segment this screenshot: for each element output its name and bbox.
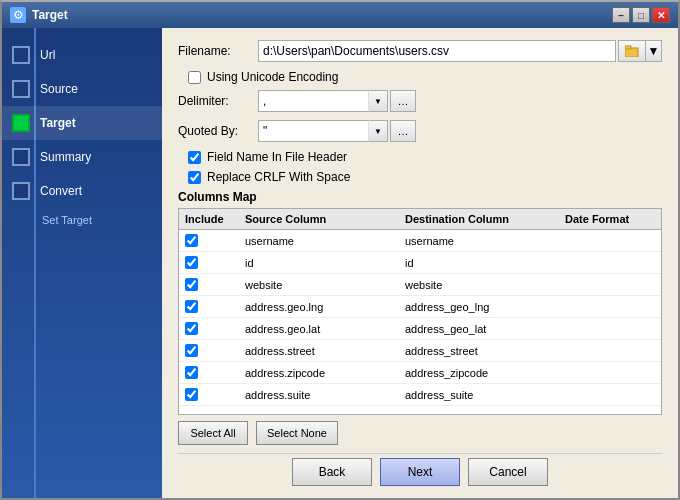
replace-crlf-checkbox[interactable]	[188, 171, 201, 184]
columns-map-table: Include Source Column Destination Column…	[178, 208, 662, 415]
quoted-row: Quoted By: " ▼ …	[178, 120, 662, 142]
filename-label: Filename:	[178, 44, 258, 58]
field-name-row: Field Name In File Header	[178, 150, 662, 164]
cell-source-3: address.geo.lng	[239, 299, 399, 315]
filename-row: Filename: ▼	[178, 40, 662, 62]
table-row: address.geo.lat address_geo_lat	[179, 318, 661, 340]
step-indicator-source	[12, 80, 30, 98]
cell-dest-6: address_zipcode	[399, 365, 559, 381]
col-header-date: Date Format	[559, 211, 661, 227]
table-row: address.geo.lng address_geo_lng	[179, 296, 661, 318]
back-button[interactable]: Back	[292, 458, 372, 486]
browse-dropdown-button[interactable]: ▼	[646, 40, 662, 62]
table-row: website website	[179, 274, 661, 296]
main-window: ⚙ Target – □ ✕ Url Source Target	[0, 0, 680, 500]
delimiter-label: Delimiter:	[178, 94, 258, 108]
sidebar-item-target[interactable]: Target	[2, 106, 162, 140]
cell-source-5: address.street	[239, 343, 399, 359]
cell-date-5	[559, 349, 661, 353]
cell-date-7	[559, 393, 661, 397]
window-icon: ⚙	[10, 7, 26, 23]
select-none-button[interactable]: Select None	[256, 421, 338, 445]
sidebar-label-convert: Convert	[40, 184, 82, 198]
cancel-button[interactable]: Cancel	[468, 458, 548, 486]
sidebar-item-convert[interactable]: Convert	[2, 174, 162, 208]
cell-dest-4: address_geo_lat	[399, 321, 559, 337]
sidebar-item-source[interactable]: Source	[2, 72, 162, 106]
quoted-extra-button[interactable]: …	[390, 120, 416, 142]
cell-source-1: id	[239, 255, 399, 271]
cell-dest-1: id	[399, 255, 559, 271]
table-row: address.street address_street	[179, 340, 661, 362]
cell-source-7: address.suite	[239, 387, 399, 403]
cell-dest-7: address_suite	[399, 387, 559, 403]
delimiter-row: Delimiter: , ▼ …	[178, 90, 662, 112]
table-row: address.suite address_suite	[179, 384, 661, 406]
row-checkbox-1[interactable]	[185, 256, 198, 269]
sidebar-item-url[interactable]: Url	[2, 38, 162, 72]
delimiter-extra-button[interactable]: …	[390, 90, 416, 112]
row-checkbox-5[interactable]	[185, 344, 198, 357]
table-header: Include Source Column Destination Column…	[179, 209, 661, 230]
sidebar-item-summary[interactable]: Summary	[2, 140, 162, 174]
cell-dest-2: website	[399, 277, 559, 293]
quoted-select[interactable]: "	[258, 120, 388, 142]
set-target-label: Set Target	[2, 208, 162, 232]
filename-input[interactable]	[258, 40, 616, 62]
folder-icon	[625, 45, 639, 57]
step-indicator-target	[12, 114, 30, 132]
table-row: id id	[179, 252, 661, 274]
delimiter-select[interactable]: ,	[258, 90, 388, 112]
cell-source-0: username	[239, 233, 399, 249]
cell-include-1	[179, 254, 239, 271]
main-content: Filename: ▼ Using Unicode Encoding Delim…	[162, 28, 678, 498]
table-row: address.zipcode address_zipcode	[179, 362, 661, 384]
cell-source-4: address.geo.lat	[239, 321, 399, 337]
unicode-checkbox[interactable]	[188, 71, 201, 84]
sidebar-label-source: Source	[40, 82, 78, 96]
row-checkbox-2[interactable]	[185, 278, 198, 291]
col-header-source: Source Column	[239, 211, 399, 227]
row-checkbox-0[interactable]	[185, 234, 198, 247]
unicode-label: Using Unicode Encoding	[207, 70, 338, 84]
window-title: Target	[32, 8, 68, 22]
row-checkbox-7[interactable]	[185, 388, 198, 401]
replace-crlf-label: Replace CRLF With Space	[207, 170, 350, 184]
field-name-checkbox[interactable]	[188, 151, 201, 164]
row-checkbox-6[interactable]	[185, 366, 198, 379]
cell-include-3	[179, 298, 239, 315]
cell-dest-0: username	[399, 233, 559, 249]
unicode-row: Using Unicode Encoding	[178, 70, 662, 84]
close-button[interactable]: ✕	[652, 7, 670, 23]
select-all-button[interactable]: Select All	[178, 421, 248, 445]
cell-date-2	[559, 283, 661, 287]
cell-include-2	[179, 276, 239, 293]
browse-file-button[interactable]	[618, 40, 646, 62]
row-checkbox-3[interactable]	[185, 300, 198, 313]
minimize-button[interactable]: –	[612, 7, 630, 23]
nav-buttons: Back Next Cancel	[178, 453, 662, 486]
table-row: username username	[179, 230, 661, 252]
select-buttons-row: Select All Select None	[178, 421, 662, 445]
window-body: Url Source Target Summary Convert Set Ta…	[2, 28, 678, 498]
cell-dest-5: address_street	[399, 343, 559, 359]
cell-date-0	[559, 239, 661, 243]
replace-crlf-row: Replace CRLF With Space	[178, 170, 662, 184]
col-header-dest: Destination Column	[399, 211, 559, 227]
col-header-include: Include	[179, 211, 239, 227]
step-indicator-url	[12, 46, 30, 64]
row-checkbox-4[interactable]	[185, 322, 198, 335]
cell-include-6	[179, 364, 239, 381]
columns-map-title: Columns Map	[178, 190, 662, 204]
step-indicator-convert	[12, 182, 30, 200]
field-name-label: Field Name In File Header	[207, 150, 347, 164]
title-bar: ⚙ Target – □ ✕	[2, 2, 678, 28]
table-body: username username id id website website …	[179, 230, 661, 414]
step-indicator-summary	[12, 148, 30, 166]
sidebar-label-url: Url	[40, 48, 55, 62]
sidebar: Url Source Target Summary Convert Set Ta…	[2, 28, 162, 498]
cell-dest-3: address_geo_lng	[399, 299, 559, 315]
next-button[interactable]: Next	[380, 458, 460, 486]
maximize-button[interactable]: □	[632, 7, 650, 23]
cell-source-6: address.zipcode	[239, 365, 399, 381]
